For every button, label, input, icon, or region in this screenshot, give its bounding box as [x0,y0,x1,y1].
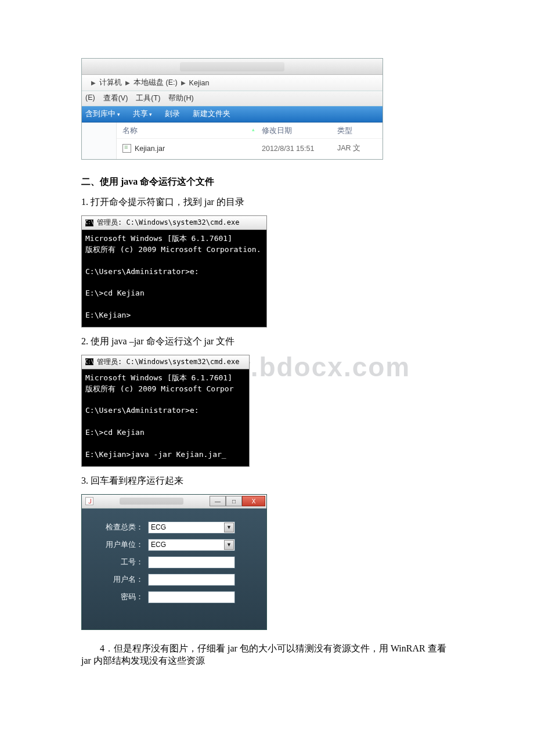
username-input[interactable] [148,574,235,586]
chevron-down-icon[interactable]: ▼ [224,540,234,550]
cmd-output: Microsoft Windows [版本 6.1.7601] 版权所有 (c)… [82,230,266,327]
breadcrumb-seg[interactable]: 计算机 [99,78,122,88]
worker-no-field[interactable] [151,557,232,567]
col-modified[interactable]: 修改日期 [262,126,337,136]
minimize-button[interactable]: — [210,496,226,506]
cmd-window-1: C:\ 管理员: C:\Windows\system32\cmd.exe Mic… [81,215,267,327]
explorer-menubar: (E) 查看(V) 工具(T) 帮助(H) [82,91,383,106]
chevron-right-icon: ▶ [125,80,130,86]
cmd-titlebar: C:\ 管理员: C:\Windows\system32\cmd.exe [82,216,266,230]
maximize-button[interactable]: □ [226,496,242,506]
columns-header[interactable]: 名称 修改日期 类型 [117,123,383,139]
breadcrumb-seg[interactable]: Kejian [189,79,210,87]
menu-tools[interactable]: 工具(T) [136,93,160,103]
check-type-value: ECG [151,523,166,531]
label-username: 用户名： [96,574,143,585]
check-type-combobox[interactable]: ECG ▼ [148,521,235,534]
chevron-down-icon[interactable]: ▼ [224,523,234,532]
java-icon [85,497,93,505]
breadcrumb-seg[interactable]: 本地磁盘 (E:) [134,78,178,88]
label-check-type: 检查总类： [96,522,143,532]
explorer-breadcrumb[interactable]: ▶ 计算机 ▶ 本地磁盘 (E:) ▶ Kejian [82,75,383,91]
file-row[interactable]: Kejian.jar 2012/8/31 15:51 JAR 文 [117,139,383,159]
jar-file-icon [122,144,131,153]
step-text: 4．但是程序没有图片，仔细看 jar 包的大小可以猜测没有资源文件，用 WinR… [81,643,453,667]
app-titlebar: — □ X [82,495,266,509]
new-folder-button[interactable]: 新建文件夹 [193,109,230,119]
password-input[interactable] [148,591,235,603]
username-field[interactable] [151,575,232,585]
chevron-right-icon: ▶ [91,80,96,86]
cmd-output: Microsoft Windows [版本 6.1.7601] 版权所有 (c)… [82,369,249,466]
explorer-window: ▶ 计算机 ▶ 本地磁盘 (E:) ▶ Kejian (E) 查看(V) 工具(… [81,58,383,160]
include-in-library-button[interactable]: 含到库中 [85,109,120,119]
explorer-titlebar [82,59,383,75]
col-name[interactable]: 名称 [122,126,262,136]
cmd-icon: C:\ [85,219,93,226]
cmd-titlebar: C:\ 管理员: C:\Windows\system32\cmd.exe [82,355,249,369]
user-unit-value: ECG [151,541,166,549]
col-type[interactable]: 类型 [337,126,377,136]
explorer-toolbar: 含到库中 共享 刻录 新建文件夹 [82,106,383,123]
app-title-blur [120,498,183,505]
menu-view[interactable]: 查看(V) [103,93,128,103]
worker-no-input[interactable] [148,556,235,568]
section-heading: 二、使用 java 命令运行这个文件 [81,176,453,188]
chevron-right-icon: ▶ [181,80,186,86]
step-text: 1. 打开命令提示符窗口，找到 jar 的目录 [81,196,453,208]
cmd-title-text: 管理员: C:\Windows\system32\cmd.exe [97,357,240,367]
password-field[interactable] [151,592,232,602]
cmd-window-2: C:\ 管理员: C:\Windows\system32\cmd.exe Mic… [81,355,250,467]
label-user-unit: 用户单位： [96,539,143,550]
file-modified: 2012/8/31 15:51 [262,145,337,153]
label-worker-no: 工号： [96,557,143,567]
user-unit-combobox[interactable]: ECG ▼ [148,539,235,551]
java-app-window: — □ X 检查总类： ECG ▼ 用户单位： ECG ▼ 工号 [81,494,267,630]
file-name: Kejian.jar [135,145,165,153]
close-button[interactable]: X [242,496,265,506]
burn-button[interactable]: 刻录 [165,109,180,119]
step-text: 3. 回车看到程序运行起来 [81,475,453,487]
menu-help[interactable]: 帮助(H) [168,93,193,103]
menu-edit[interactable]: (E) [85,93,95,103]
label-password: 密码： [96,592,143,602]
explorer-nav-pane [82,123,117,159]
cmd-icon: C:\ [85,358,93,365]
file-type: JAR 文 [337,143,377,153]
share-button[interactable]: 共享 [133,109,153,119]
cmd-title-text: 管理员: C:\Windows\system32\cmd.exe [97,218,240,228]
step-text: 2. 使用 java –jar 命令运行这个 jar 文件 [81,336,453,348]
